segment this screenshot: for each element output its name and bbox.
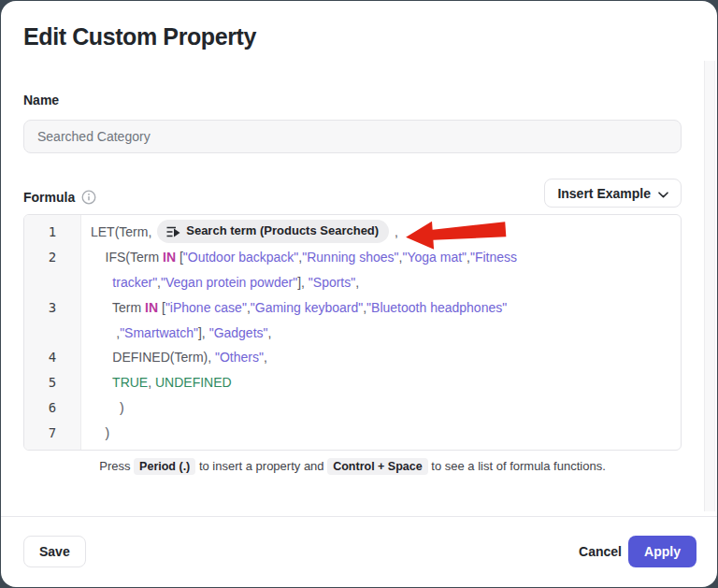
hint-text: Press Period (.) to insert a property an… <box>23 459 682 473</box>
line-number: 5 <box>24 370 80 395</box>
code-row: IFS(Term IN ["Outdoor backpack","Running… <box>91 245 681 270</box>
formula-editor[interactable]: 1234567 LET(Term, Search term (Products … <box>23 214 682 451</box>
code-row: TRUE, UNDEFINED <box>91 370 681 395</box>
search-term-property-icon <box>165 224 180 239</box>
property-chip[interactable]: Search term (Products Searched) <box>157 220 389 243</box>
dialog-title: Edit Custom Property <box>23 23 256 50</box>
name-label: Name <box>23 93 59 108</box>
line-number: 3 <box>24 295 80 321</box>
scrollbar[interactable] <box>704 61 715 511</box>
line-number: 4 <box>24 345 80 370</box>
line-number: 7 <box>24 421 80 446</box>
info-icon[interactable] <box>81 190 96 205</box>
chevron-down-icon <box>658 186 668 201</box>
cancel-button[interactable]: Cancel <box>577 536 624 567</box>
formula-label: Formula <box>23 190 75 205</box>
line-number: 2 <box>24 245 80 270</box>
save-button[interactable]: Save <box>23 536 86 567</box>
line-number <box>24 321 80 346</box>
apply-button[interactable]: Apply <box>628 536 696 567</box>
code-row: ,"Smartwatch"], "Gadgets", <box>91 321 681 346</box>
dialog-overlay: Edit Custom Property Name Formula Insert… <box>0 0 718 588</box>
insert-example-button[interactable]: Insert Example <box>544 179 682 208</box>
code-row: LET(Term, Search term (Products Searched… <box>91 220 681 245</box>
insert-example-label: Insert Example <box>557 186 651 201</box>
code-row: tracker","Vegan protein powder"], "Sport… <box>91 270 681 295</box>
edit-custom-property-dialog: Edit Custom Property Name Formula Insert… <box>1 1 717 587</box>
formula-label-row: Formula <box>23 190 96 205</box>
kbd-chip: Period (.) <box>134 458 195 475</box>
code-lines: LET(Term, Search term (Products Searched… <box>81 215 681 450</box>
code-row: ) <box>91 395 681 421</box>
line-number <box>24 270 80 295</box>
name-input[interactable] <box>23 120 682 153</box>
property-chip-label: Search term (Products Searched) <box>186 219 379 244</box>
code-row: Term IN ["iPhone case","Gaming keyboard"… <box>91 295 681 321</box>
line-number-gutter: 1234567 <box>24 215 81 450</box>
footer-divider <box>1 516 717 517</box>
code-row: DEFINED(Term), "Others", <box>91 345 681 370</box>
kbd-chip: Control + Space <box>327 458 428 475</box>
code-row: ) <box>91 421 681 446</box>
line-number: 1 <box>24 220 80 245</box>
line-number: 6 <box>24 395 80 421</box>
